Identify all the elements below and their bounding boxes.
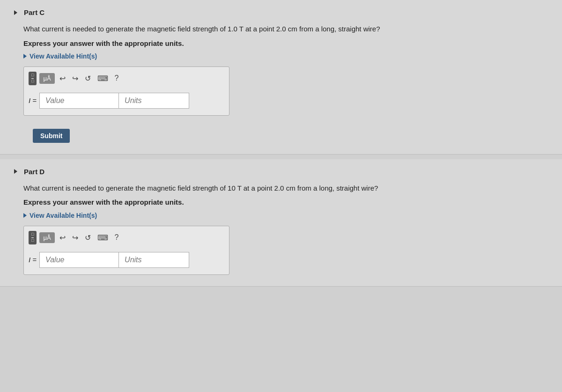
part-c-units-input[interactable] [119, 93, 189, 109]
keyboard-button-c[interactable]: ⌨ [96, 73, 110, 84]
part-d-units-input[interactable] [119, 252, 189, 268]
part-d-collapse-icon [14, 169, 17, 174]
keyboard-button-d[interactable]: ⌨ [96, 232, 110, 243]
fraction-icon-d: □ □ [31, 232, 34, 243]
undo-button-c[interactable]: ↩ [58, 73, 67, 84]
part-d-input-row: I = [29, 252, 224, 268]
help-button-d[interactable]: ? [113, 232, 121, 243]
part-c-question: What current is needed to generate the m… [23, 24, 548, 35]
hint-c-triangle-icon [23, 54, 27, 59]
part-c-input-label: I = [29, 96, 37, 104]
part-c-value-input[interactable] [39, 93, 119, 109]
part-c-header[interactable]: Part C [14, 8, 548, 16]
part-d-hint-link[interactable]: View Available Hint(s) [23, 212, 548, 219]
refresh-button-c[interactable]: ↺ [83, 73, 93, 84]
part-d-hint-label: View Available Hint(s) [30, 212, 97, 219]
page-container: Part C What current is needed to generat… [0, 0, 562, 392]
part-d-toolbar: □ □ μÅ ↩ ↪ ↺ ⌨ ? [29, 231, 224, 247]
redo-button-c[interactable]: ↪ [70, 73, 80, 84]
part-c-submit-button[interactable]: Submit [33, 129, 70, 143]
part-c-title: Part C [24, 8, 44, 16]
part-d-answer-box: □ □ μÅ ↩ ↪ ↺ ⌨ ? I = [23, 226, 229, 275]
redo-button-d[interactable]: ↪ [70, 232, 80, 243]
part-c-section: Part C What current is needed to generat… [0, 0, 562, 155]
fraction-button-c[interactable]: □ □ [29, 72, 37, 85]
mu-label-d: μÅ [43, 234, 51, 241]
help-button-c[interactable]: ? [113, 73, 121, 83]
part-d-question: What current is needed to generate the m… [23, 183, 548, 194]
part-c-hint-link[interactable]: View Available Hint(s) [23, 52, 548, 60]
part-c-answer-box: □ □ μÅ ↩ ↪ ↺ ⌨ ? I = [23, 67, 229, 116]
part-c-collapse-icon [14, 10, 17, 15]
fraction-button-d[interactable]: □ □ [29, 231, 37, 244]
part-c-submit-area: Submit [23, 122, 548, 143]
fraction-icon-c: □ □ [31, 73, 34, 84]
part-c-input-row: I = [29, 93, 224, 109]
hint-d-triangle-icon [23, 213, 27, 218]
part-d-value-input[interactable] [39, 252, 119, 268]
part-d-section: Part D What current is needed to generat… [0, 159, 562, 287]
mu-label-c: μÅ [43, 75, 51, 82]
part-c-hint-label: View Available Hint(s) [30, 52, 97, 60]
mu-button-d[interactable]: μÅ [39, 232, 54, 243]
part-d-instruction: Express your answer with the appropriate… [23, 197, 548, 208]
part-d-header[interactable]: Part D [14, 168, 548, 176]
part-c-toolbar: □ □ μÅ ↩ ↪ ↺ ⌨ ? [29, 72, 224, 88]
part-d-title: Part D [24, 168, 44, 176]
part-d-input-label: I = [29, 256, 37, 264]
refresh-button-d[interactable]: ↺ [83, 232, 93, 243]
mu-button-c[interactable]: μÅ [39, 73, 54, 84]
undo-button-d[interactable]: ↩ [58, 232, 67, 243]
part-c-instruction: Express your answer with the appropriate… [23, 38, 548, 49]
